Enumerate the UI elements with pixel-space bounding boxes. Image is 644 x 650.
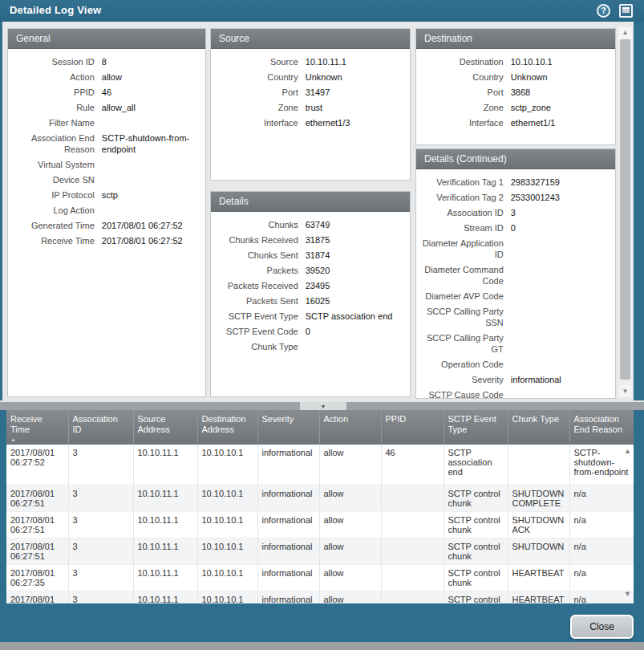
field-label: Association End Reason [11, 132, 102, 155]
field-value: 3 [511, 207, 610, 218]
field-label: SCCP Calling Party SSN [419, 306, 511, 328]
field-sctp-event-code: SCTP Event Code0 [214, 326, 404, 337]
field-packets-received: Packets Received23495 [214, 280, 404, 291]
column-header-destination-address[interactable]: Destination Address [197, 410, 257, 445]
table-row[interactable]: 2017/08/01 06:27:35 3 10.10.11.1 10.10.1… [6, 564, 634, 591]
cell-sctp-event-type: SCTP association end [444, 445, 508, 485]
field-label: Rule [11, 102, 102, 113]
field-label: Verification Tag 2 [419, 192, 511, 203]
table-row[interactable]: 2017/08/01 06:27:51 3 10.10.11.1 10.10.1… [6, 485, 634, 511]
dialog-footer: Close [0, 603, 644, 642]
cell-chunk-type: SHUTDOWN COMPLETE [508, 485, 569, 511]
panel-details-header: Details [211, 192, 410, 212]
field-device-sn: Device SN [11, 174, 200, 185]
help-icon[interactable]: ? [597, 4, 610, 18]
scroll-up-icon[interactable]: ▲ [618, 26, 632, 39]
field-zone: Zonesctp_zone [419, 102, 610, 113]
column-header-ppid[interactable]: PPID [381, 410, 444, 445]
cell-action: allow [319, 591, 381, 603]
field-value: 31874 [306, 250, 404, 261]
field-label: SCTP Event Type [214, 311, 306, 322]
panel-destination: Destination Destination10.10.10.1 Countr… [415, 28, 616, 145]
field-chunks-received: Chunks Received31875 [214, 234, 404, 246]
table-scroll-down-icon[interactable]: ▼ [624, 590, 631, 598]
field-severity: Severityinformational [419, 374, 610, 385]
cell-source-address: 10.10.11.1 [133, 564, 197, 591]
cell-destination-address: 10.10.10.1 [197, 538, 257, 564]
field-value [511, 359, 610, 370]
table-row[interactable]: 2017/08/01 06:27:35 3 10.10.11.1 10.10.1… [6, 591, 634, 603]
field-label: PPID [11, 87, 102, 98]
scroll-down-icon[interactable]: ▼ [618, 385, 632, 397]
panel-source-body: Source10.10.11.1 CountryUnknown Port3149… [211, 49, 410, 136]
column-header-association-end-reason[interactable]: Association End Reason [569, 410, 634, 445]
table-row[interactable]: 2017/08/01 06:27:52 3 10.10.11.1 10.10.1… [6, 445, 634, 485]
column-header-action[interactable]: Action [319, 410, 381, 445]
field-value: 23495 [306, 280, 404, 291]
field-value [511, 238, 610, 260]
field-label: Chunks Sent [214, 250, 306, 261]
cell-association-end-reason: n/a [569, 511, 634, 538]
cell-ppid [381, 511, 444, 538]
field-chunk-type: Chunk Type [214, 341, 404, 352]
table-row[interactable]: 2017/08/01 06:27:51 3 10.10.11.1 10.10.1… [6, 538, 634, 564]
field-label: Filter Name [11, 117, 102, 128]
panel-details: Details Chunks63749 Chunks Received31875… [210, 191, 411, 397]
cell-action: allow [319, 511, 381, 538]
field-label: Device SN [11, 174, 102, 185]
cell-association-id: 3 [68, 511, 133, 538]
cell-action: allow [319, 485, 381, 511]
panels-scrollbar[interactable]: ▲ ▼ [618, 26, 632, 397]
table-row[interactable]: 2017/08/01 06:27:51 3 10.10.11.1 10.10.1… [6, 511, 634, 538]
field-diameter-command-code: Diameter Command Code [419, 264, 610, 286]
field-value [511, 306, 610, 328]
column-header-association-id[interactable]: Association ID [68, 410, 133, 445]
field-association-id: Association ID3 [419, 207, 610, 218]
cell-receive-time: 2017/08/01 06:27:51 [6, 511, 68, 538]
column-header-source-address[interactable]: Source Address [133, 410, 197, 445]
cell-source-address: 10.10.11.1 [133, 485, 197, 511]
field-value [102, 159, 200, 170]
field-port: Port31497 [214, 87, 404, 98]
field-value: 46 [102, 87, 200, 98]
field-label: Log Action [11, 205, 102, 216]
field-label: Operation Code [419, 359, 511, 370]
field-value: SCTP association end [306, 311, 404, 322]
column-header-receive-time[interactable]: Receive Time▲ [6, 410, 68, 445]
column-header-sctp-event-type[interactable]: SCTP Event Type [444, 410, 508, 445]
close-button[interactable]: Close [570, 615, 634, 639]
panel-destination-body: Destination10.10.10.1 CountryUnknown Por… [416, 49, 615, 136]
field-value [306, 341, 404, 352]
cell-action: allow [319, 445, 381, 485]
cell-destination-address: 10.10.10.1 [197, 564, 257, 591]
field-value: 3868 [511, 87, 610, 98]
field-label: SCTP Event Code [214, 326, 306, 337]
sort-ascending-icon: ▲ [10, 437, 64, 442]
dialog-titlebar: Detailed Log View ? [0, 0, 644, 22]
table-scroll-up-icon[interactable]: ▲ [624, 447, 631, 455]
field-value [102, 174, 200, 185]
field-label: Packets [214, 265, 306, 276]
panel-details-continued-header: Details (Continued) [416, 149, 615, 169]
field-label: Verification Tag 1 [419, 177, 511, 188]
column-header-chunk-type[interactable]: Chunk Type [508, 410, 569, 445]
field-interface: Interfaceethernet1/3 [214, 117, 404, 128]
cell-receive-time: 2017/08/01 06:27:51 [6, 538, 68, 564]
field-label: Interface [419, 117, 511, 128]
cell-sctp-event-type: SCTP control chunk [444, 485, 508, 511]
column-header-severity[interactable]: Severity [257, 410, 319, 445]
cell-source-address: 10.10.11.1 [133, 538, 197, 564]
cell-association-id: 3 [68, 485, 133, 511]
cell-receive-time: 2017/08/01 06:27:52 [6, 445, 68, 485]
field-sctp-event-type: SCTP Event TypeSCTP association end [214, 311, 404, 322]
cell-severity: informational [257, 591, 319, 603]
field-label: Chunks [214, 219, 306, 230]
scrollbar-thumb[interactable] [620, 39, 630, 380]
field-label: Zone [214, 102, 306, 113]
panel-source-header: Source [211, 29, 410, 49]
field-value: Unknown [306, 71, 404, 83]
cell-chunk-type: SHUTDOWN [508, 538, 569, 564]
field-value: 16025 [306, 295, 404, 307]
field-value [511, 389, 610, 400]
window-restore-icon[interactable] [619, 4, 633, 18]
